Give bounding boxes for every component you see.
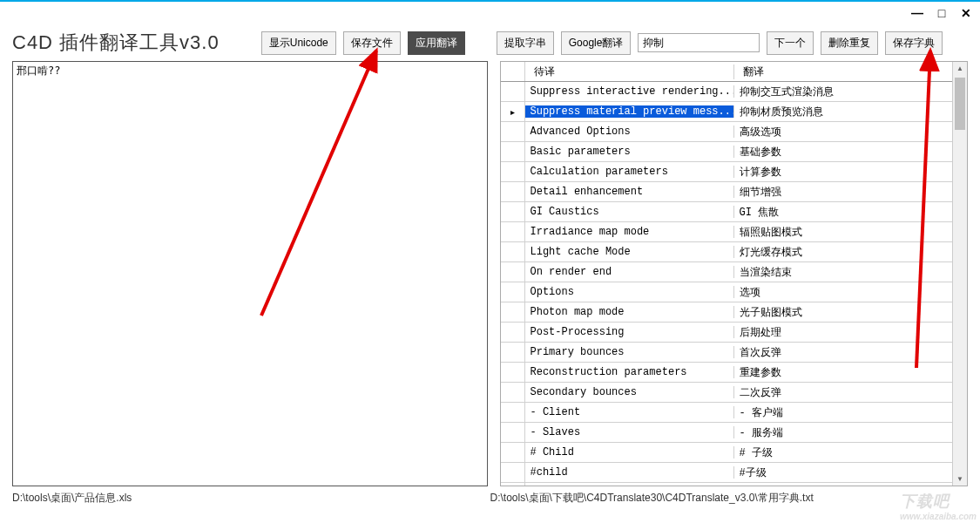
cell-source[interactable]: Post-Processing	[525, 326, 734, 338]
table-row[interactable]: - Slaves - 服务端	[501, 423, 953, 443]
table-row[interactable]: Photon map mode光子贴图模式	[501, 302, 953, 323]
row-handle[interactable]	[501, 383, 525, 402]
col-header-source[interactable]: 待译	[525, 65, 734, 79]
scroll-down-icon[interactable]: ▼	[953, 472, 967, 486]
row-handle[interactable]	[501, 323, 525, 342]
next-button[interactable]: 下一个	[767, 31, 814, 55]
save-file-button[interactable]: 保存文件	[343, 31, 401, 55]
cell-source[interactable]: Irradiance map mode	[525, 226, 734, 238]
row-handle[interactable]	[501, 483, 525, 486]
google-translate-button[interactable]: Google翻译	[561, 31, 632, 55]
row-handle[interactable]	[501, 182, 525, 201]
table-row[interactable]: Options选项	[501, 282, 953, 302]
cell-source[interactable]: Advanced Options	[525, 126, 734, 138]
cell-translation[interactable]: 首次反弹	[734, 345, 953, 360]
cell-source[interactable]: - Slaves	[525, 426, 734, 438]
cell-source[interactable]: On render end	[525, 266, 734, 278]
row-handle[interactable]	[501, 262, 525, 282]
row-handle[interactable]	[501, 142, 525, 161]
cell-translation[interactable]: GI 焦散	[734, 205, 953, 220]
cell-source[interactable]: Calculation parameters	[525, 166, 734, 178]
cell-translation[interactable]: 计算参数	[734, 165, 953, 180]
table-row[interactable]: - Client - 客户端	[501, 403, 953, 423]
cell-translation[interactable]: 辐照贴图模式	[734, 225, 953, 240]
save-dict-button[interactable]: 保存字典	[885, 31, 943, 55]
cell-translation[interactable]: - 客户端	[734, 405, 953, 420]
row-handle[interactable]	[501, 282, 525, 302]
row-handle[interactable]	[501, 403, 525, 422]
cell-translation[interactable]: 高级选项	[734, 125, 953, 139]
col-header-translation[interactable]: 翻译	[734, 65, 953, 79]
cell-source[interactable]: Reconstruction parameters	[525, 366, 734, 378]
table-row[interactable]: #child #子级	[501, 463, 953, 483]
cell-source[interactable]: Suppress interactive rendering...	[525, 85, 734, 98]
row-handle[interactable]	[501, 102, 525, 121]
cell-translation[interactable]: 后期处理	[734, 325, 953, 340]
row-handle[interactable]	[501, 242, 525, 262]
cell-source[interactable]: #child	[525, 466, 734, 479]
row-handle[interactable]	[501, 363, 525, 382]
cell-source[interactable]: # Child	[525, 446, 734, 458]
cell-source[interactable]: Photon map mode	[525, 306, 734, 318]
table-row[interactable]: Detail enhancement细节增强	[501, 182, 953, 202]
cell-source[interactable]: Detail enhancement	[525, 186, 734, 198]
table-row[interactable]: GI CausticsGI 焦散	[501, 202, 953, 222]
row-handle[interactable]	[501, 162, 525, 181]
minimize-button[interactable]: —	[909, 5, 926, 21]
show-unicode-button[interactable]: 显示Unicode	[261, 31, 336, 55]
cell-translation[interactable]: 二次反弹	[734, 385, 953, 400]
cell-translation[interactable]: 抑制材质预览消息	[734, 105, 953, 119]
table-row[interactable]: Secondary bounces二次反弹	[501, 383, 953, 403]
table-row[interactable]: Light cache Mode灯光缓存模式	[501, 242, 953, 262]
close-button[interactable]: ✕	[957, 5, 975, 21]
table-row[interactable]: # Child # 子级	[501, 443, 953, 463]
cell-translation[interactable]: 抑制交互式渲染消息	[734, 85, 953, 99]
table-row[interactable]: Basic parameters基础参数	[501, 142, 953, 162]
source-text-area[interactable]: 邢口啃??	[12, 61, 488, 486]
table-row[interactable]: Advanced Options高级选项	[501, 122, 953, 142]
row-handle[interactable]	[501, 82, 525, 101]
grid-scrollbar[interactable]: ▲ ▼	[952, 62, 967, 486]
cell-translation[interactable]: 重建参数	[734, 365, 953, 380]
cell-translation[interactable]: 代理时间	[734, 486, 953, 486]
table-row[interactable]: Reconstruction parameters重建参数	[501, 363, 953, 383]
row-handle[interactable]	[501, 423, 525, 442]
apply-translate-button[interactable]: 应用翻译	[408, 31, 465, 55]
table-row[interactable]: Primary bounces首次反弹	[501, 343, 953, 363]
cell-translation[interactable]: 细节增强	[734, 185, 953, 200]
cell-translation[interactable]: 基础参数	[734, 145, 953, 160]
cell-source[interactable]: GI Caustics	[525, 206, 734, 218]
maximize-button[interactable]: □	[933, 5, 950, 21]
cell-source[interactable]: Basic parameters	[525, 146, 734, 158]
row-handle[interactable]	[501, 302, 525, 322]
cell-translation[interactable]: 选项	[734, 285, 953, 300]
cell-source[interactable]: Suppress material preview mess...	[525, 105, 734, 118]
row-handle[interactable]	[501, 343, 525, 362]
table-row[interactable]: Suppress material preview mess...抑制材质预览消…	[501, 102, 953, 122]
cell-translation[interactable]: - 服务端	[734, 425, 953, 440]
row-handle[interactable]	[501, 463, 525, 482]
row-handle[interactable]	[501, 222, 525, 241]
cell-source[interactable]: Primary bounces	[525, 346, 734, 358]
table-row[interactable]: Calculation parameters计算参数	[501, 162, 953, 182]
delete-dup-button[interactable]: 删除重复	[821, 31, 878, 55]
scroll-thumb[interactable]	[955, 78, 965, 130]
cell-translation[interactable]: 当渲染结束	[734, 265, 953, 280]
search-input[interactable]	[638, 33, 760, 52]
cell-source[interactable]: - Client	[525, 406, 734, 418]
cell-source[interactable]: Secondary bounces	[525, 386, 734, 398]
extract-strings-button[interactable]: 提取字串	[497, 31, 554, 55]
row-handle[interactable]	[501, 122, 525, 141]
table-row[interactable]: Acting Time代理时间	[501, 483, 953, 486]
cell-source[interactable]: Light cache Mode	[525, 246, 734, 258]
table-row[interactable]: On render end当渲染结束	[501, 262, 953, 282]
row-handle[interactable]	[501, 443, 525, 462]
table-row[interactable]: Suppress interactive rendering...抑制交互式渲染…	[501, 82, 953, 102]
row-handle[interactable]	[501, 202, 525, 221]
table-row[interactable]: Irradiance map mode辐照贴图模式	[501, 222, 953, 242]
cell-source[interactable]: Options	[525, 286, 734, 298]
cell-translation[interactable]: # 子级	[734, 445, 953, 460]
cell-translation[interactable]: 光子贴图模式	[734, 305, 953, 320]
table-row[interactable]: Post-Processing后期处理	[501, 323, 953, 343]
scroll-up-icon[interactable]: ▲	[953, 62, 967, 75]
